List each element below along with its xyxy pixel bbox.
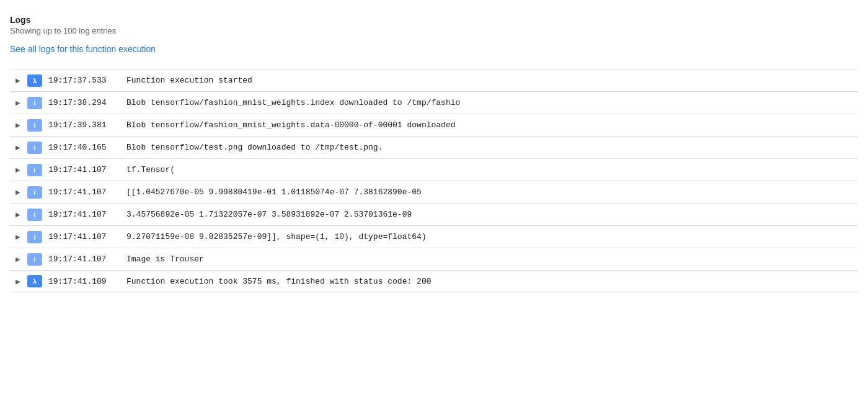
log-expand-arrow[interactable]: ▶ (12, 122, 24, 128)
log-row: ▶λ19:17:41.109Function execution took 35… (10, 270, 858, 292)
log-message: [[1.04527670e-05 9.99880419e-01 1.011850… (126, 187, 856, 197)
info-icon: i (27, 253, 42, 266)
log-timestamp: 19:17:41.107 (48, 165, 117, 174)
log-message: Blob tensorflow/test.png downloaded to /… (126, 143, 856, 152)
info-icon: i (27, 231, 42, 243)
log-row: ▶i19:17:38.294Blob tensorflow/fashion_mn… (10, 91, 858, 114)
log-message: 9.27071159e-08 9.82835257e-09]], shape=(… (126, 232, 856, 241)
lambda-icon: λ (27, 74, 42, 87)
log-message: Blob tensorflow/fashion_mnist_weights.da… (126, 120, 856, 130)
logs-subtitle: Showing up to 100 log entries (10, 26, 858, 35)
log-row: ▶i19:17:41.107Image is Trouser (10, 248, 858, 270)
logs-table: ▶λ19:17:37.533Function execution started… (10, 69, 858, 292)
log-row: ▶i19:17:41.1073.45756892e-05 1.71322057e… (10, 203, 858, 225)
info-icon: i (27, 119, 42, 132)
log-message: Blob tensorflow/fashion_mnist_weights.in… (126, 98, 856, 107)
log-timestamp: 19:17:41.107 (48, 210, 117, 219)
info-icon: i (27, 97, 42, 109)
log-timestamp: 19:17:41.109 (48, 277, 117, 286)
log-message: Image is Trouser (126, 254, 856, 264)
log-message: Function execution started (126, 76, 856, 85)
log-expand-arrow[interactable]: ▶ (12, 77, 24, 84)
log-timestamp: 19:17:37.533 (48, 76, 117, 85)
log-timestamp: 19:17:38.294 (48, 98, 117, 107)
log-expand-arrow[interactable]: ▶ (12, 189, 24, 196)
info-icon: i (27, 142, 42, 154)
info-icon: i (27, 186, 42, 199)
log-row: ▶i19:17:39.381Blob tensorflow/fashion_mn… (10, 114, 858, 136)
log-row: ▶i19:17:41.107tf.Tensor( (10, 158, 858, 181)
log-timestamp: 19:17:40.165 (48, 143, 117, 152)
logs-header: Logs Showing up to 100 log entries (10, 15, 858, 35)
info-icon: i (27, 164, 42, 176)
lambda-icon: λ (27, 275, 42, 287)
log-row: ▶i19:17:41.107[[1.04527670e-05 9.9988041… (10, 181, 858, 203)
log-expand-arrow[interactable]: ▶ (12, 233, 24, 240)
log-row: ▶i19:17:40.165Blob tensorflow/test.png d… (10, 136, 858, 158)
log-expand-arrow[interactable]: ▶ (12, 211, 24, 218)
log-message: 3.45756892e-05 1.71322057e-07 3.58931892… (126, 210, 856, 219)
log-message: Function execution took 3575 ms, finishe… (126, 277, 856, 286)
log-timestamp: 19:17:39.381 (48, 120, 117, 130)
log-expand-arrow[interactable]: ▶ (12, 278, 24, 285)
log-expand-arrow[interactable]: ▶ (12, 144, 24, 151)
log-timestamp: 19:17:41.107 (48, 187, 117, 197)
see-all-logs-link[interactable]: See all logs for this function execution (10, 44, 156, 54)
log-expand-arrow[interactable]: ▶ (12, 166, 24, 173)
log-row: ▶λ19:17:37.533Function execution started (10, 69, 858, 91)
logs-title: Logs (10, 15, 858, 25)
log-row: ▶i19:17:41.1079.27071159e-08 9.82835257e… (10, 225, 858, 248)
log-expand-arrow[interactable]: ▶ (12, 256, 24, 263)
log-timestamp: 19:17:41.107 (48, 232, 117, 241)
log-timestamp: 19:17:41.107 (48, 254, 117, 264)
log-expand-arrow[interactable]: ▶ (12, 99, 24, 106)
log-message: tf.Tensor( (126, 165, 856, 174)
info-icon: i (27, 209, 42, 221)
